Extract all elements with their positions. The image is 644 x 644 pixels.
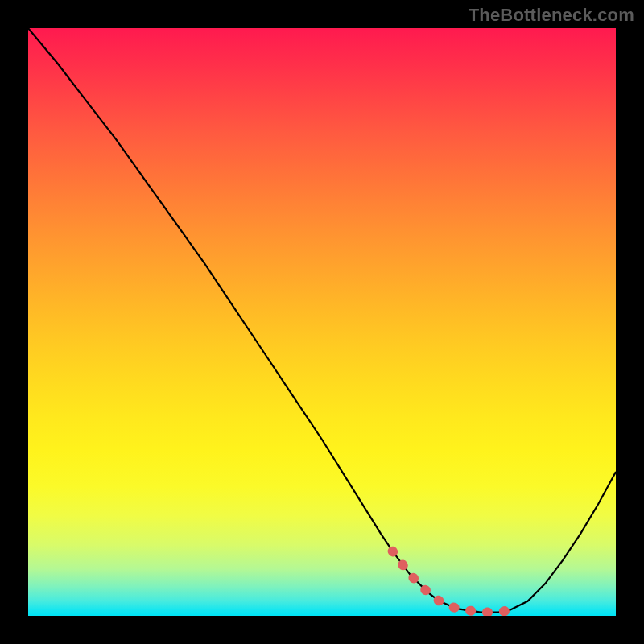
plot-area <box>28 28 616 616</box>
chart-svg <box>28 28 616 616</box>
bottleneck-curve-path <box>28 28 616 613</box>
watermark-label: TheBottleneck.com <box>469 5 634 26</box>
optimal-range-marker <box>393 551 516 613</box>
chart-container: TheBottleneck.com <box>0 0 644 644</box>
